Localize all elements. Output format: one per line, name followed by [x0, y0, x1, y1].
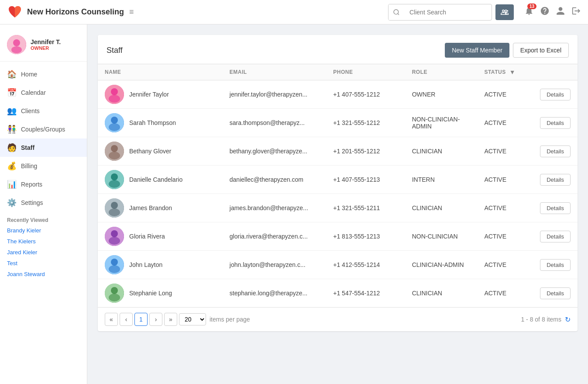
svg-point-26: [111, 259, 118, 266]
logout-button[interactable]: [571, 6, 581, 18]
svg-point-14: [111, 145, 118, 152]
member-phone: +1 321-555-1212: [326, 109, 405, 137]
member-actions: Details: [533, 222, 578, 251]
pagination-info: 1 - 8 of 8 items ↻: [521, 315, 571, 324]
nav-label: Home: [21, 71, 37, 78]
recently-viewed-item[interactable]: Jared Kieler: [0, 247, 87, 258]
first-page-button[interactable]: «: [105, 313, 118, 326]
sidebar-item-reports[interactable]: 📊Reports: [0, 175, 87, 194]
per-page-select[interactable]: 20 50 100: [179, 313, 206, 325]
member-email: jennifer.taylor@therapyzen...: [223, 80, 326, 109]
table-row: Stephanie Long stephanie.long@therapyze.…: [98, 279, 578, 308]
col-email: EMAIL: [223, 64, 326, 80]
help-button[interactable]: [540, 6, 550, 18]
staff-container: Staff New Staff Member Export to Excel N…: [98, 35, 578, 331]
member-avatar: [105, 284, 124, 303]
details-button[interactable]: Details: [540, 287, 571, 299]
details-button[interactable]: Details: [540, 231, 571, 242]
svg-point-27: [109, 265, 120, 273]
svg-line-1: [398, 14, 399, 15]
search-section: [388, 4, 514, 21]
avatar: [7, 35, 26, 54]
table-row: Jennifer Taylor jennifer.taylor@therapyz…: [98, 80, 578, 109]
member-avatar: [105, 142, 124, 161]
member-name-cell: Sarah Thompson: [98, 109, 223, 137]
new-staff-member-button[interactable]: New Staff Member: [445, 43, 509, 58]
svg-point-30: [109, 294, 120, 301]
export-excel-button[interactable]: Export to Excel: [513, 43, 569, 58]
sidebar-item-settings[interactable]: ⚙️Settings: [0, 194, 87, 212]
refresh-icon[interactable]: ↻: [565, 315, 571, 324]
member-name: James Brandon: [129, 204, 172, 211]
nav-icon-clients: 👥: [7, 106, 17, 116]
user-info: Jennifer T. OWNER: [0, 31, 87, 62]
member-avatar: [105, 198, 124, 218]
nav-label: Settings: [21, 199, 43, 206]
svg-point-5: [13, 39, 20, 46]
member-status: ACTIVE: [477, 222, 533, 251]
user-name: Jennifer T.: [31, 38, 61, 45]
table-row: Danielle Candelario daniellec@therapyzen…: [98, 166, 578, 194]
member-phone: +1 547-554-1212: [326, 279, 405, 308]
logo-heart-icon: [7, 4, 23, 20]
svg-point-11: [111, 117, 118, 124]
notification-button[interactable]: 13: [524, 6, 534, 18]
recently-viewed-item[interactable]: Brandy Kieler: [0, 225, 87, 236]
member-name: Jennifer Taylor: [129, 91, 169, 98]
sidebar-item-home[interactable]: 🏠Home: [0, 65, 87, 83]
nav-icon-staff: 🧑: [7, 143, 17, 152]
user-account-button[interactable]: [556, 6, 565, 18]
notification-badge: 13: [527, 3, 536, 9]
member-role: NON-CLINICIAN: [405, 222, 478, 251]
filter-icon[interactable]: ▼: [509, 69, 516, 76]
svg-point-29: [111, 287, 118, 294]
member-name-cell: Bethany Glover: [98, 137, 223, 166]
col-actions: [533, 64, 578, 80]
table-row: Sarah Thompson sara.thompson@therapyz...…: [98, 109, 578, 137]
col-phone: PHONE: [326, 64, 405, 80]
next-page-button[interactable]: ›: [149, 313, 162, 326]
staff-tbody: Jennifer Taylor jennifer.taylor@therapyz…: [98, 80, 578, 308]
sidebar-item-clients[interactable]: 👥Clients: [0, 102, 87, 120]
member-actions: Details: [533, 137, 578, 166]
sidebar-item-couples-groups[interactable]: 👫Couples/Groups: [0, 120, 87, 138]
details-button[interactable]: Details: [540, 89, 571, 100]
sidebar-item-staff[interactable]: 🧑Staff: [0, 138, 87, 157]
member-name: Danielle Candelario: [129, 176, 182, 183]
nav-icon-calendar: 📅: [7, 88, 17, 97]
pagination-row: « ‹ 1 › » 20 50 100 items per page 1 - 8…: [98, 307, 578, 331]
member-role: CLINICIAN-ADMIN: [405, 251, 478, 279]
sidebar-item-billing[interactable]: 💰Billing: [0, 157, 87, 175]
add-client-button[interactable]: [495, 4, 514, 20]
sidebar-item-calendar[interactable]: 📅Calendar: [0, 83, 87, 102]
search-input[interactable]: [404, 6, 492, 19]
member-status: ACTIVE: [477, 279, 533, 308]
menu-icon[interactable]: ≡: [129, 7, 134, 17]
details-button[interactable]: Details: [540, 174, 571, 186]
svg-point-6: [11, 46, 22, 53]
member-actions: Details: [533, 166, 578, 194]
col-role: ROLE: [405, 64, 478, 80]
details-button[interactable]: Details: [540, 259, 571, 271]
svg-point-21: [109, 208, 120, 216]
recently-viewed-list: Brandy KielerThe KielersJared KielerTest…: [0, 225, 87, 280]
items-range: 1 - 8 of 8 items: [521, 316, 561, 323]
details-button[interactable]: Details: [540, 117, 571, 129]
recently-viewed-item[interactable]: Test: [0, 258, 87, 269]
search-icon-button[interactable]: [389, 4, 404, 20]
details-button[interactable]: Details: [540, 202, 571, 214]
nav-label: Staff: [21, 144, 34, 151]
recently-viewed-item[interactable]: The Kielers: [0, 236, 87, 247]
last-page-button[interactable]: »: [164, 313, 177, 326]
prev-page-button[interactable]: ‹: [120, 313, 133, 326]
member-email: daniellec@therapyzen.com: [223, 166, 326, 194]
member-phone: +1 321-555-1211: [326, 194, 405, 222]
details-button[interactable]: Details: [540, 145, 571, 157]
nav-icon-settings: ⚙️: [7, 198, 17, 208]
staff-table: NAME EMAIL PHONE ROLE STATUS ▼: [98, 64, 578, 307]
recently-viewed-item[interactable]: Joann Steward: [0, 269, 87, 280]
member-phone: +1 407-555-1212: [326, 80, 405, 109]
nav-icon-couples/groups: 👫: [7, 125, 17, 134]
member-avatar: [105, 113, 124, 132]
table-header-row: NAME EMAIL PHONE ROLE STATUS ▼: [98, 64, 578, 80]
